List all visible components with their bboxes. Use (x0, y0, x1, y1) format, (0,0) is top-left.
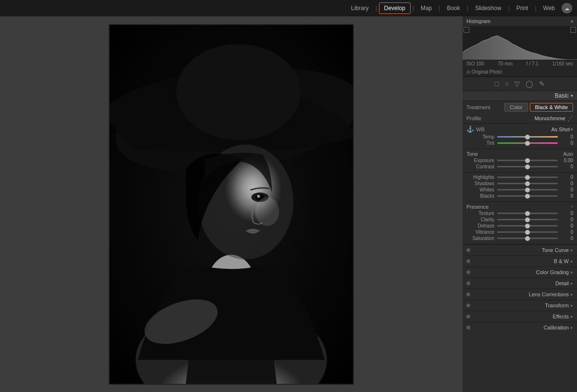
color-treatment-button[interactable]: Color (504, 103, 527, 112)
panel-effects[interactable]: Effects▸ (463, 311, 577, 322)
panel-lens-corrections[interactable]: Lens Corrections▸ (463, 289, 577, 300)
nav-develop[interactable]: Develop (379, 2, 411, 14)
panel-effects-label: Effects (473, 314, 569, 319)
exposure-slider-thumb[interactable] (525, 158, 530, 163)
clarity-slider-track[interactable] (497, 219, 558, 220)
panel-calibration-arrow: ▸ (571, 325, 573, 330)
nav-book[interactable]: Book (442, 3, 464, 13)
vibrance-slider-thumb[interactable] (525, 230, 530, 235)
clarity-slider-thumb[interactable] (525, 217, 530, 222)
eyedropper-icon[interactable]: ⚓ (466, 126, 474, 133)
cloud-sync-icon[interactable]: ☁ (562, 3, 572, 13)
panel-tone-curve[interactable]: Tone Curve▸ (463, 244, 577, 255)
brush-tool-icon[interactable]: ✎ (539, 80, 545, 88)
vibrance-slider-track[interactable] (497, 231, 558, 233)
temp-value: 0 (560, 134, 573, 139)
nav-divider-2: | (413, 5, 414, 12)
shadows-slider-track[interactable] (497, 183, 558, 184)
contrast-slider-track[interactable] (497, 166, 558, 167)
nav-web[interactable]: Web (539, 3, 560, 13)
exposure-slider-track[interactable] (497, 160, 558, 161)
dehaze-slider-track[interactable] (497, 225, 558, 227)
temp-slider-row: Temp 0 (466, 134, 573, 139)
panel-transform[interactable]: Transform▸ (463, 300, 577, 311)
radial-tool-icon[interactable]: ◯ (526, 80, 533, 88)
highlights-value: 0 (560, 175, 573, 180)
temp-slider-thumb[interactable] (525, 135, 530, 139)
profile-browse-icon[interactable]: ⋰ (567, 115, 573, 122)
histogram-highlight-clipping[interactable] (570, 27, 576, 33)
contrast-slider-row: Contrast 0 (466, 164, 573, 169)
hist-shutter: 1/160 sec (552, 61, 573, 66)
crop-tool-icon[interactable]: □ (495, 80, 499, 88)
wb-label: WB (476, 126, 485, 132)
tone-group-header: Tone Auto (466, 151, 573, 157)
nav-slideshow[interactable]: Slideshow (470, 3, 506, 13)
panel-color-grading[interactable]: Color Grading▸ (463, 266, 577, 278)
vibrance-label: Vibrance (466, 229, 497, 235)
basic-section-header[interactable]: Basic ▾ (463, 91, 577, 101)
tint-slider-row: Tint 0 (466, 140, 573, 146)
panel-lens-corrections-bullet (466, 292, 470, 296)
histogram-section: Histogram ▾ (463, 16, 577, 77)
saturation-slider-thumb[interactable] (525, 236, 530, 241)
top-navigation: Library | Develop | Map | Book | Slidesh… (0, 0, 577, 16)
contrast-slider-thumb[interactable] (525, 164, 530, 169)
svg-point-5 (176, 44, 301, 139)
nav-map[interactable]: Map (416, 3, 437, 13)
nav-divider-6: | (535, 5, 536, 12)
panel-bw-arrow: ▸ (571, 259, 573, 264)
shadows-slider-thumb[interactable] (525, 181, 530, 186)
nav-print[interactable]: Print (512, 3, 533, 13)
clarity-value: 0 (560, 217, 573, 222)
auto-tone-button[interactable]: Auto (563, 152, 573, 157)
panel-bw-bullet (466, 259, 470, 263)
main-content: Histogram ▾ (0, 16, 577, 392)
treatment-label: Treatment (466, 104, 490, 110)
panel-calibration-bullet (466, 326, 470, 329)
whites-slider-thumb[interactable] (525, 188, 530, 192)
nav-divider-1: | (376, 5, 377, 12)
panel-color-grading-label: Color Grading (473, 269, 569, 275)
blacks-slider-track[interactable] (497, 195, 558, 197)
highlights-slider-track[interactable] (497, 177, 558, 178)
texture-slider-track[interactable] (497, 213, 558, 214)
wb-dropdown-icon: ▾ (571, 127, 573, 132)
clarity-label: Clarity (466, 217, 497, 222)
exposure-value: 0.00 (560, 158, 573, 163)
basic-expand-icon: ▾ (571, 93, 573, 98)
tint-slider-track[interactable] (497, 142, 558, 144)
nav-library[interactable]: Library (346, 3, 374, 13)
texture-label: Texture (466, 211, 497, 216)
texture-slider-thumb[interactable] (525, 211, 530, 216)
dehaze-value: 0 (560, 223, 573, 228)
histogram-shadow-clipping[interactable] (464, 27, 469, 33)
tint-slider-thumb[interactable] (525, 141, 530, 146)
panel-calibration-label: Calibration (473, 325, 569, 330)
panel-color-grading-bullet (466, 270, 470, 274)
panel-detail[interactable]: Detail▸ (463, 278, 577, 289)
blacks-slider-thumb[interactable] (525, 194, 530, 199)
histogram-title: Histogram (466, 18, 490, 24)
panel-calibration[interactable]: Calibration▸ (463, 322, 577, 333)
hist-focal: 70 mm (498, 61, 513, 66)
saturation-slider-track[interactable] (497, 238, 558, 239)
temp-slider-track[interactable] (497, 136, 558, 138)
panel-bw[interactable]: B & W▸ (463, 255, 577, 266)
dehaze-slider-thumb[interactable] (525, 224, 530, 228)
bw-treatment-button[interactable]: Black & White (530, 103, 573, 112)
shadows-value: 0 (560, 181, 573, 186)
histogram-info: ISO 100 70 mm f / 7.1 1/160 sec (463, 60, 577, 68)
blacks-slider-row: Blacks 0 (466, 193, 573, 199)
highlights-slider-thumb[interactable] (525, 175, 530, 180)
presence-group-header: Presence + (466, 204, 573, 210)
panel-transform-arrow: ▸ (571, 303, 573, 308)
profile-value-text: Monochrome (535, 115, 565, 121)
heal-tool-icon[interactable]: ○ (505, 80, 509, 88)
gradient-tool-icon[interactable]: ▽ (514, 80, 520, 88)
svg-point-10 (255, 197, 279, 226)
whites-slider-track[interactable] (497, 189, 558, 190)
exposure-slider-row: Exposure 0.00 (466, 158, 573, 163)
shadows-slider-row: Shadows 0 (466, 181, 573, 186)
panel-tone-curve-arrow: ▸ (571, 248, 573, 253)
